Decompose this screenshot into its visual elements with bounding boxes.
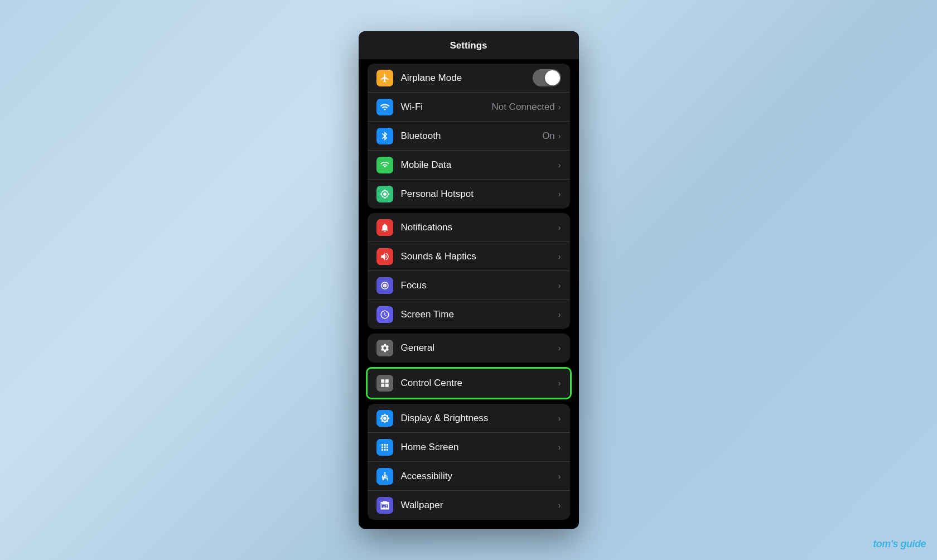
row-wallpaper[interactable]: Wallpaper › (368, 491, 570, 520)
control-centre-chevron: › (558, 379, 561, 388)
screen-time-svg (380, 310, 390, 320)
wifi-icon-wrapper (376, 99, 393, 115)
row-sounds[interactable]: Sounds & Haptics › (368, 242, 570, 271)
airplane-mode-icon (376, 70, 393, 86)
notifications-chevron: › (558, 223, 561, 232)
wallpaper-icon-wrapper (376, 497, 393, 514)
accessibility-chevron: › (558, 472, 561, 481)
accessibility-icon-wrapper (376, 468, 393, 485)
row-airplane-mode[interactable]: Airplane Mode (368, 64, 570, 93)
watermark: tom's guide (873, 538, 926, 550)
home-screen-label: Home Screen (401, 442, 558, 453)
bluetooth-icon-wrapper (376, 128, 393, 144)
wifi-value: Not Connected (491, 102, 554, 113)
notifications-svg (380, 223, 390, 233)
bluetooth-value: On (542, 131, 555, 142)
screen-time-chevron: › (558, 310, 561, 319)
airplane-mode-label: Airplane Mode (401, 73, 533, 84)
screen-time-label: Screen Time (401, 309, 558, 320)
section-display: General › (368, 334, 570, 363)
row-notifications[interactable]: Notifications › (368, 213, 570, 242)
sounds-icon-wrapper (376, 248, 393, 265)
hotspot-svg (380, 189, 390, 199)
row-general[interactable]: General › (368, 334, 570, 363)
row-focus[interactable]: Focus › (368, 271, 570, 300)
accessibility-svg (380, 471, 390, 481)
sounds-svg (380, 252, 390, 262)
display-chevron: › (558, 414, 561, 423)
section-system: Notifications › Sounds & Haptics › (368, 213, 570, 329)
row-screen-time[interactable]: Screen Time › (368, 300, 570, 329)
mobile-data-label: Mobile Data (401, 160, 558, 171)
hotspot-label: Personal Hotspot (401, 189, 558, 200)
section-connectivity: Airplane Mode Wi-Fi Not Connected › (368, 64, 570, 209)
sounds-chevron: › (558, 252, 561, 261)
row-personal-hotspot[interactable]: Personal Hotspot › (368, 180, 570, 209)
wallpaper-label: Wallpaper (401, 500, 558, 511)
control-centre-svg (380, 378, 390, 388)
mobile-data-icon-wrapper (376, 157, 393, 173)
hotspot-icon-wrapper (376, 186, 393, 202)
display-icon-wrapper (376, 410, 393, 427)
airplane-mode-toggle[interactable] (533, 69, 561, 86)
focus-icon-wrapper (376, 277, 393, 294)
general-svg (380, 343, 390, 353)
row-control-centre[interactable]: Control Centre › (368, 369, 570, 398)
general-label: General (401, 342, 558, 354)
home-screen-chevron: › (558, 443, 561, 452)
wifi-label: Wi-Fi (401, 102, 492, 113)
svg-point-0 (384, 472, 385, 474)
control-centre-highlight: Control Centre › (366, 367, 572, 399)
wifi-svg (380, 102, 390, 112)
mobile-data-svg (380, 160, 390, 170)
row-bluetooth[interactable]: Bluetooth On › (368, 122, 570, 151)
sounds-label: Sounds & Haptics (401, 251, 558, 262)
bluetooth-label: Bluetooth (401, 131, 543, 142)
notifications-label: Notifications (401, 222, 558, 233)
airplane-svg (380, 73, 390, 83)
bluetooth-chevron: › (558, 132, 561, 141)
notifications-icon-wrapper (376, 219, 393, 236)
wallpaper-chevron: › (558, 501, 561, 510)
row-mobile-data[interactable]: Mobile Data › (368, 151, 570, 180)
display-svg (380, 413, 390, 423)
toggle-knob (545, 70, 560, 85)
focus-chevron: › (558, 281, 561, 290)
row-accessibility[interactable]: Accessibility › (368, 462, 570, 491)
bluetooth-svg (380, 131, 390, 141)
section-display-bottom: Display & Brightness › Home Screen › (368, 404, 570, 520)
settings-title: Settings (359, 31, 579, 59)
focus-label: Focus (401, 280, 558, 291)
settings-content: Airplane Mode Wi-Fi Not Connected › (359, 59, 579, 529)
general-chevron: › (558, 344, 561, 353)
row-home-screen[interactable]: Home Screen › (368, 433, 570, 462)
display-brightness-label: Display & Brightness (401, 413, 558, 424)
wifi-chevron: › (558, 103, 561, 112)
row-display-brightness[interactable]: Display & Brightness › (368, 404, 570, 433)
control-centre-icon-wrapper (376, 375, 393, 392)
row-wifi[interactable]: Wi-Fi Not Connected › (368, 93, 570, 122)
focus-svg (380, 281, 390, 291)
wallpaper-svg (380, 500, 390, 510)
accessibility-label: Accessibility (401, 471, 558, 482)
mobile-data-chevron: › (558, 161, 561, 170)
general-icon-wrapper (376, 340, 393, 356)
control-centre-label: Control Centre (401, 378, 558, 389)
phone-settings-screen: Settings Airplane Mode (359, 31, 579, 529)
screen-time-icon-wrapper (376, 306, 393, 323)
home-screen-svg (380, 442, 390, 452)
home-screen-icon-wrapper (376, 439, 393, 456)
hotspot-chevron: › (558, 190, 561, 199)
